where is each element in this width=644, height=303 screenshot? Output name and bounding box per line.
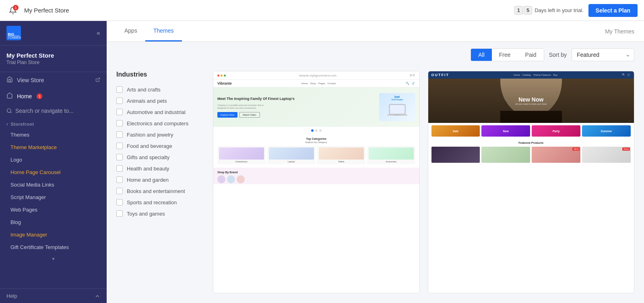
sidebar-store-info: My Perfect Store Trial Plan Store [0,46,107,72]
industry-checkbox-home[interactable] [116,176,123,183]
theme-card-vibrante[interactable]: vibrante.mybigcommerce.com ⊞ ☰ Vibrante … [213,71,420,293]
industry-checkbox-books[interactable] [116,188,123,194]
cat-party-label: Party [553,130,560,133]
industry-item-home[interactable]: Home and garden [116,174,205,185]
sidebar-item-themes[interactable]: Themes [0,129,107,141]
industry-item-health[interactable]: Health and beauty [116,163,205,174]
industry-item-gifts[interactable]: Gifts and specialty [116,152,205,163]
industry-checkbox-sports[interactable] [116,199,123,205]
brand-logos-row [217,175,415,183]
industry-item-books[interactable]: Books and entertainment [116,185,205,197]
industry-checkbox-fashion[interactable] [116,131,123,138]
industry-checkbox-animals[interactable] [116,98,123,104]
notification-bell[interactable]: 1 [6,4,19,17]
my-themes-link[interactable]: My Themes [605,28,634,35]
sidebar-item-blog[interactable]: Blog [0,216,107,228]
scroll-indicator: ▼ [50,255,57,263]
web-pages-label: Web Pages [10,207,37,213]
smartphones-image [219,147,264,160]
industry-checkbox-automotive[interactable] [116,109,123,115]
sidebar-brand: BIG COMMERCE « [0,21,107,46]
industries-panel: Industries Arts and crafts Animals and p… [116,68,205,293]
sidebar: BIG COMMERCE « My Perfect Store Trial Pl… [0,21,107,303]
industry-checkbox-toys[interactable] [116,210,123,217]
sidebar-item-home-page-carousel[interactable]: Home Page Carousel [0,166,107,178]
sidebar-footer-help[interactable]: Help [0,288,107,303]
industry-item-arts[interactable]: Arts and crafts [116,84,205,95]
sidebar-item-social-media-links[interactable]: Social Media Links [0,178,107,191]
industry-checkbox-health[interactable] [116,165,123,172]
industry-item-toys[interactable]: Toys and games [116,208,205,219]
sidebar-item-logo[interactable]: Logo [0,154,107,166]
outfit-nav-bar: OUTFIT Home Catalog Theme Features Buy 🔍… [428,71,634,79]
sidebar-store-name: My Perfect Store [6,52,100,59]
cat-smartphones: Smartphones [217,146,266,164]
laptops-label: Laptops [288,160,295,163]
top-bar-left: 1 My Perfect Store [6,4,514,17]
outfit-cat-sale: Sale [431,125,480,137]
industry-item-fashion[interactable]: Fashion and jewelry [116,129,205,140]
laptop-image-placeholder [385,102,409,119]
industry-label-sports: Sports and recreation [127,199,177,205]
select-plan-button[interactable]: Select a Plan [588,4,638,17]
outfit-product-2 [481,147,530,163]
sidebar-item-gift-certificate-templates[interactable]: Gift Certificate Templates [0,241,107,253]
sidebar-item-theme-marketplace[interactable]: Theme Marketplace [0,141,107,154]
watch-video-button[interactable]: Watch Video [239,112,260,118]
home-icon [6,92,13,100]
tab-apps[interactable]: Apps [116,21,145,42]
tab-themes-label: Themes [153,27,174,34]
outfit-hero-text: New Now all you need to look your best [515,96,547,105]
theme-preview-outfit: OUTFIT Home Catalog Theme Features Buy 🔍… [428,71,634,184]
outfit-nav-buy: Buy [553,74,557,76]
industry-checkbox-gifts[interactable] [116,154,123,160]
industry-item-food[interactable]: Food and beverage [116,140,205,152]
tab-themes[interactable]: Themes [145,21,182,42]
dot-yellow [221,75,223,77]
search-icon-vibrante: 🔍 [406,82,409,85]
vibrante-cat-grid: Smartphones Laptops Tablets [217,146,415,164]
filter-buttons: All Free Paid [471,48,544,61]
outfit-nav-home: Home [514,74,520,76]
sort-select[interactable]: Featured Newest Most Popular Price: Low … [572,48,634,61]
carousel-dot-1 [311,129,314,132]
outfit-featured-title: Featured Products [431,141,631,144]
trial-day-1: 1 [514,6,523,15]
content-area: Apps Themes My Themes All Free Paid Sort… [107,21,644,303]
dot-red [217,75,219,77]
svg-rect-7 [390,105,405,114]
storefront-section-header[interactable]: ‹ Storefront [0,117,107,129]
industry-checkbox-electronics[interactable] [116,120,123,127]
vibrante-cat-title: Top Categories Explore by Category [217,137,415,143]
filter-free-button[interactable]: Free [492,49,518,61]
industry-item-animals[interactable]: Animals and pets [116,95,205,106]
industry-label-electronics: Electronics and computers [127,120,188,127]
outfit-search-icon: 🔍 [622,73,625,77]
blog-label: Blog [10,219,21,225]
sidebar-item-image-manager[interactable]: Image Manager [0,228,107,241]
outfit-hero-subtitle: all you need to look your best [515,103,547,105]
filter-all-button[interactable]: All [471,49,492,61]
industry-item-sports[interactable]: Sports and recreation [116,197,205,208]
cat-accessories: Accessories [367,146,415,164]
industry-item-automotive[interactable]: Automotive and industrial [116,106,205,118]
sidebar-search[interactable]: Search or navigate to... [0,104,107,117]
sidebar-item-home[interactable]: Home 1 [0,88,107,104]
industry-checkbox-arts[interactable] [116,86,123,93]
industry-item-electronics[interactable]: Electronics and computers [116,118,205,129]
sidebar-item-web-pages[interactable]: Web Pages [0,203,107,216]
vibrante-site-header: Vibrante Home Shop Pages Contact 🔍 🛒 [213,80,419,87]
filter-paid-button[interactable]: Paid [518,49,544,61]
theme-card-outfit[interactable]: OUTFIT Home Catalog Theme Features Buy 🔍… [428,71,635,293]
outfit-product-3: NEW [532,147,580,163]
svg-line-5 [10,112,12,113]
collapse-sidebar-button[interactable]: « [97,29,100,37]
smartphones-label: Smartphones [235,160,248,163]
sidebar-item-script-manager[interactable]: Script Manager [0,191,107,203]
explore-now-button[interactable]: Explore Now [217,112,237,118]
industry-checkbox-food[interactable] [116,143,123,149]
accessories-label: Accessories [386,160,396,163]
sidebar-item-view-store[interactable]: View Store [0,72,107,88]
outfit-cart-icon: 🛒 [627,73,631,77]
cart-icon-vibrante: 🛒 [412,82,415,85]
